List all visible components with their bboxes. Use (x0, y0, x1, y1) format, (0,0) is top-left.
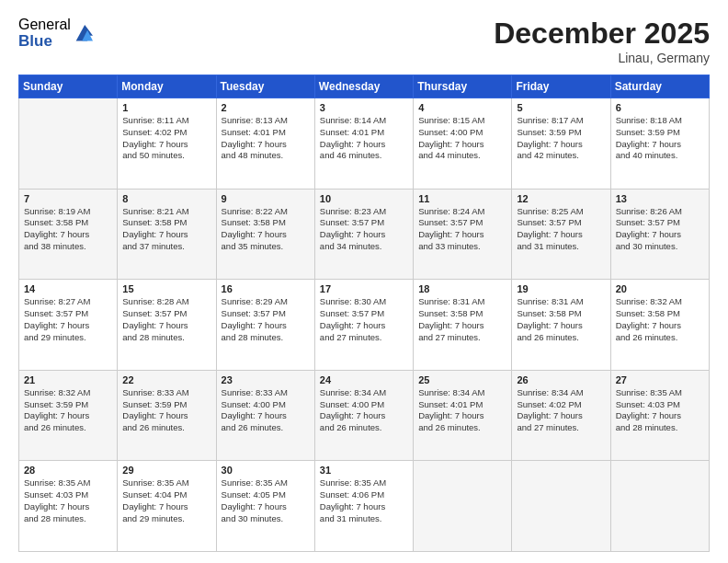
table-row: 26Sunrise: 8:34 AM Sunset: 4:02 PM Dayli… (512, 370, 610, 461)
table-row: 11Sunrise: 8:24 AM Sunset: 3:57 PM Dayli… (414, 189, 512, 280)
cell-info: Sunrise: 8:35 AM Sunset: 4:03 PM Dayligh… (24, 477, 112, 524)
calendar-week-row: 7Sunrise: 8:19 AM Sunset: 3:58 PM Daylig… (19, 189, 710, 280)
cell-info: Sunrise: 8:17 AM Sunset: 3:59 PM Dayligh… (517, 115, 605, 162)
cell-info: Sunrise: 8:14 AM Sunset: 4:01 PM Dayligh… (320, 115, 408, 162)
calendar-week-row: 28Sunrise: 8:35 AM Sunset: 4:03 PM Dayli… (19, 461, 710, 552)
table-row: 4Sunrise: 8:15 AM Sunset: 4:00 PM Daylig… (414, 98, 512, 190)
cell-info: Sunrise: 8:33 AM Sunset: 3:59 PM Dayligh… (122, 387, 210, 434)
cell-info: Sunrise: 8:22 AM Sunset: 3:58 PM Dayligh… (222, 206, 310, 253)
table-row: 22Sunrise: 8:33 AM Sunset: 3:59 PM Dayli… (118, 370, 216, 461)
table-row: 16Sunrise: 8:29 AM Sunset: 3:57 PM Dayli… (216, 280, 314, 371)
cell-info: Sunrise: 8:34 AM Sunset: 4:02 PM Dayligh… (517, 387, 605, 434)
col-monday: Monday (118, 75, 216, 98)
cell-info: Sunrise: 8:27 AM Sunset: 3:57 PM Dayligh… (24, 296, 112, 343)
table-row: 2Sunrise: 8:13 AM Sunset: 4:01 PM Daylig… (216, 98, 314, 190)
cell-info: Sunrise: 8:24 AM Sunset: 3:57 PM Dayligh… (418, 206, 506, 253)
calendar-week-row: 1Sunrise: 8:11 AM Sunset: 4:02 PM Daylig… (19, 98, 710, 190)
table-row (512, 461, 610, 552)
table-row (19, 98, 118, 190)
day-number: 30 (222, 465, 310, 476)
cell-info: Sunrise: 8:35 AM Sunset: 4:06 PM Dayligh… (320, 477, 408, 524)
day-number: 3 (320, 102, 408, 113)
day-number: 8 (122, 193, 210, 204)
day-number: 19 (517, 283, 605, 294)
table-row: 21Sunrise: 8:32 AM Sunset: 3:59 PM Dayli… (19, 370, 118, 461)
table-row: 9Sunrise: 8:22 AM Sunset: 3:58 PM Daylig… (216, 189, 314, 280)
cell-info: Sunrise: 8:26 AM Sunset: 3:57 PM Dayligh… (616, 206, 704, 253)
table-row: 10Sunrise: 8:23 AM Sunset: 3:57 PM Dayli… (314, 189, 413, 280)
day-number: 5 (517, 102, 605, 113)
col-wednesday: Wednesday (314, 75, 413, 98)
cell-info: Sunrise: 8:31 AM Sunset: 3:58 PM Dayligh… (418, 296, 506, 343)
day-number: 13 (616, 193, 704, 204)
table-row: 18Sunrise: 8:31 AM Sunset: 3:58 PM Dayli… (414, 280, 512, 371)
col-friday: Friday (512, 75, 610, 98)
table-row: 3Sunrise: 8:14 AM Sunset: 4:01 PM Daylig… (314, 98, 413, 190)
cell-info: Sunrise: 8:11 AM Sunset: 4:02 PM Dayligh… (122, 115, 210, 162)
table-row: 8Sunrise: 8:21 AM Sunset: 3:58 PM Daylig… (118, 189, 216, 280)
cell-info: Sunrise: 8:34 AM Sunset: 4:01 PM Dayligh… (418, 387, 506, 434)
cell-info: Sunrise: 8:32 AM Sunset: 3:58 PM Dayligh… (616, 296, 704, 343)
logo-icon (73, 22, 93, 42)
day-number: 25 (418, 374, 506, 385)
col-thursday: Thursday (414, 75, 512, 98)
table-row: 12Sunrise: 8:25 AM Sunset: 3:57 PM Dayli… (512, 189, 610, 280)
cell-info: Sunrise: 8:35 AM Sunset: 4:04 PM Dayligh… (122, 477, 210, 524)
table-row: 31Sunrise: 8:35 AM Sunset: 4:06 PM Dayli… (314, 461, 413, 552)
table-row: 15Sunrise: 8:28 AM Sunset: 3:57 PM Dayli… (118, 280, 216, 371)
cell-info: Sunrise: 8:19 AM Sunset: 3:58 PM Dayligh… (24, 206, 112, 253)
cell-info: Sunrise: 8:34 AM Sunset: 4:00 PM Dayligh… (320, 387, 408, 434)
day-number: 26 (517, 374, 605, 385)
day-number: 2 (222, 102, 310, 113)
cell-info: Sunrise: 8:21 AM Sunset: 3:58 PM Dayligh… (122, 206, 210, 253)
cell-info: Sunrise: 8:35 AM Sunset: 4:05 PM Dayligh… (222, 477, 310, 524)
calendar-week-row: 14Sunrise: 8:27 AM Sunset: 3:57 PM Dayli… (19, 280, 710, 371)
day-number: 18 (418, 283, 506, 294)
day-number: 15 (122, 283, 210, 294)
day-number: 6 (616, 102, 704, 113)
calendar-week-row: 21Sunrise: 8:32 AM Sunset: 3:59 PM Dayli… (19, 370, 710, 461)
table-row: 17Sunrise: 8:30 AM Sunset: 3:57 PM Dayli… (314, 280, 413, 371)
cell-info: Sunrise: 8:30 AM Sunset: 3:57 PM Dayligh… (320, 296, 408, 343)
day-number: 23 (222, 374, 310, 385)
table-row: 20Sunrise: 8:32 AM Sunset: 3:58 PM Dayli… (610, 280, 709, 371)
header: General Blue December 2025 Linau, German… (18, 17, 710, 65)
cell-info: Sunrise: 8:25 AM Sunset: 3:57 PM Dayligh… (517, 206, 605, 253)
day-number: 10 (320, 193, 408, 204)
col-sunday: Sunday (19, 75, 118, 98)
table-row: 28Sunrise: 8:35 AM Sunset: 4:03 PM Dayli… (19, 461, 118, 552)
cell-info: Sunrise: 8:35 AM Sunset: 4:03 PM Dayligh… (616, 387, 704, 434)
table-row: 13Sunrise: 8:26 AM Sunset: 3:57 PM Dayli… (610, 189, 709, 280)
cell-info: Sunrise: 8:29 AM Sunset: 3:57 PM Dayligh… (222, 296, 310, 343)
table-row: 7Sunrise: 8:19 AM Sunset: 3:58 PM Daylig… (19, 189, 118, 280)
cell-info: Sunrise: 8:15 AM Sunset: 4:00 PM Dayligh… (418, 115, 506, 162)
table-row: 25Sunrise: 8:34 AM Sunset: 4:01 PM Dayli… (414, 370, 512, 461)
cell-info: Sunrise: 8:32 AM Sunset: 3:59 PM Dayligh… (24, 387, 112, 434)
table-row: 19Sunrise: 8:31 AM Sunset: 3:58 PM Dayli… (512, 280, 610, 371)
day-number: 28 (24, 465, 112, 476)
table-row: 14Sunrise: 8:27 AM Sunset: 3:57 PM Dayli… (19, 280, 118, 371)
cell-info: Sunrise: 8:18 AM Sunset: 3:59 PM Dayligh… (616, 115, 704, 162)
col-tuesday: Tuesday (216, 75, 314, 98)
page: General Blue December 2025 Linau, German… (0, 0, 728, 563)
logo-blue: Blue (18, 33, 71, 51)
location: Linau, Germany (494, 51, 710, 65)
table-row: 29Sunrise: 8:35 AM Sunset: 4:04 PM Dayli… (118, 461, 216, 552)
logo: General Blue (18, 17, 93, 50)
month-title: December 2025 (494, 17, 710, 51)
table-row: 27Sunrise: 8:35 AM Sunset: 4:03 PM Dayli… (610, 370, 709, 461)
calendar-table: Sunday Monday Tuesday Wednesday Thursday… (18, 75, 710, 552)
logo-general: General (18, 17, 71, 33)
day-number: 11 (418, 193, 506, 204)
table-row: 6Sunrise: 8:18 AM Sunset: 3:59 PM Daylig… (610, 98, 709, 190)
cell-info: Sunrise: 8:31 AM Sunset: 3:58 PM Dayligh… (517, 296, 605, 343)
table-row: 30Sunrise: 8:35 AM Sunset: 4:05 PM Dayli… (216, 461, 314, 552)
day-number: 9 (222, 193, 310, 204)
day-number: 14 (24, 283, 112, 294)
day-number: 7 (24, 193, 112, 204)
logo-text: General Blue (18, 17, 71, 50)
day-number: 1 (122, 102, 210, 113)
cell-info: Sunrise: 8:28 AM Sunset: 3:57 PM Dayligh… (122, 296, 210, 343)
table-row: 1Sunrise: 8:11 AM Sunset: 4:02 PM Daylig… (118, 98, 216, 190)
table-row: 23Sunrise: 8:33 AM Sunset: 4:00 PM Dayli… (216, 370, 314, 461)
